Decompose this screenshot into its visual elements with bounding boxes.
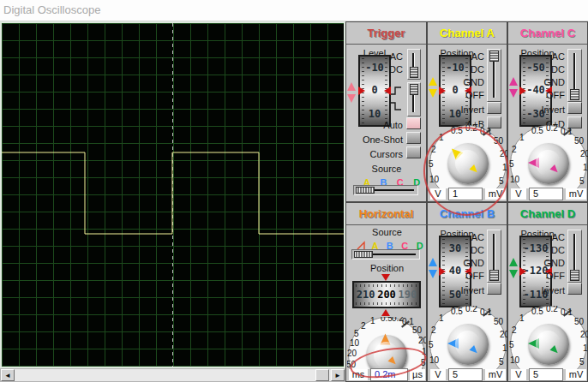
channel-c-panel: Channel C Position -50 -40 -30 AC DC GND…	[507, 21, 588, 202]
channel-b-invert-button[interactable]	[487, 283, 501, 295]
channel-c-invert-label: Invert	[512, 104, 565, 115]
channel-d-scale-dial: 20105210.50.20.150201052	[509, 306, 588, 369]
channel-a-off-label: OFF	[455, 90, 484, 100]
knob-pointer-icon	[528, 158, 539, 168]
scrollbar-thumb[interactable]	[315, 369, 329, 381]
arrow-down-icon	[429, 89, 437, 98]
knob-scale-value: 1	[519, 133, 525, 142]
arrow-up-icon	[509, 77, 518, 86]
slider-handle[interactable]	[489, 51, 499, 62]
trigger-source-slider[interactable]	[353, 185, 418, 195]
knob-scale-value: 50	[574, 136, 584, 146]
knob-scale-value: 2	[512, 145, 517, 154]
knob-scale-value: 10	[510, 175, 519, 184]
horizontal-source-slider[interactable]	[351, 249, 420, 260]
arrow-down-icon	[347, 94, 356, 103]
knob-scale-value: 10	[583, 343, 588, 353]
horizontal-source-label: Source	[346, 227, 428, 237]
channel-a-position-arrows	[429, 77, 439, 98]
waveform-trace	[2, 152, 344, 234]
horizontal-unit-right: µs	[410, 369, 425, 380]
arrow-up-icon	[429, 77, 437, 86]
slider-handle[interactable]	[356, 187, 375, 194]
knob-scale-value: 50	[412, 325, 422, 335]
channel-c-scale-value[interactable]: 5	[529, 188, 563, 200]
channel-b-scale-knob[interactable]	[447, 324, 489, 365]
channel-c-off-label: OFF	[536, 90, 565, 100]
knob-scale-value: 10	[429, 355, 439, 365]
waveform-layer	[2, 23, 344, 367]
channel-c-coupling-slider[interactable]	[567, 49, 582, 102]
slider-handle[interactable]	[570, 270, 579, 281]
knob-scale-value: 5	[429, 340, 434, 349]
dial-pointer-left-icon	[439, 267, 446, 276]
knob-scale-value: 0.5	[451, 307, 463, 316]
channel-d-invert-button[interactable]	[567, 283, 582, 295]
trigger-auto-button[interactable]	[406, 117, 421, 129]
slider-handle[interactable]	[410, 84, 418, 95]
trigger-edge-slider[interactable]	[407, 82, 421, 116]
channel-c-ac-label: AC	[536, 51, 565, 62]
channel-d-coupling-slider[interactable]	[567, 230, 582, 283]
trigger-title: Trigger	[346, 22, 426, 45]
channel-c-scale-knob[interactable]	[528, 143, 569, 184]
channel-a-coupling-slider[interactable]	[487, 49, 501, 102]
channel-b-scale-value[interactable]: 5	[448, 368, 483, 381]
waveform-display	[0, 21, 345, 368]
knob-scale-value: 0.1	[480, 307, 492, 317]
trigger-cursors-button[interactable]	[406, 146, 421, 158]
channel-d-scale-value[interactable]: 5	[529, 368, 563, 381]
trigger-source-label: Source	[346, 164, 427, 174]
channel-a-title: Channel A	[428, 22, 507, 45]
knob-scale-value: 0.5	[531, 307, 543, 316]
slider-handle[interactable]	[354, 251, 373, 258]
channel-d-off-label: OFF	[536, 271, 565, 281]
channel-b-coupling-slider[interactable]	[487, 230, 501, 283]
channel-d-title: Channel D	[508, 203, 587, 225]
knob-scale-value: 20	[580, 149, 588, 158]
arrow-up-icon	[429, 258, 437, 266]
knob-scale-value: 50	[574, 317, 584, 326]
channel-c-unit-right: mV	[566, 188, 586, 200]
channel-a-gnd-label: GND	[455, 77, 484, 87]
channel-c-title: Channel C	[508, 22, 587, 45]
scrollbar-right-button[interactable]: ►	[331, 369, 345, 381]
knob-scale-value: 0.2	[546, 306, 558, 313]
channel-d-unit-left: V	[511, 369, 526, 380]
knob-scale-value: 0.2	[546, 125, 558, 133]
knob-scale-value: 0.1	[561, 307, 573, 317]
knob-scale-value: 2	[431, 325, 436, 335]
knob-scale-value: 5	[354, 329, 359, 338]
knob-pointer-icon	[528, 338, 539, 349]
channel-d-position-arrows	[509, 258, 519, 278]
horizontal-position-dial[interactable]: 210 200 190	[352, 281, 421, 308]
slider-handle[interactable]	[410, 67, 418, 78]
scrollbar-left-button[interactable]: ◄	[1, 369, 15, 381]
knob-scale-value: 0.2	[465, 306, 477, 313]
trigger-coupling-slider[interactable]	[407, 49, 421, 80]
channel-b-dc-label: DC	[455, 245, 484, 255]
channel-d-panel: Channel D Position -130 -120 -110 AC DC …	[507, 202, 588, 382]
channel-d-gnd-label: GND	[536, 258, 565, 268]
horizontal-title: Horizontal	[346, 203, 426, 225]
dial-pointer-up-icon	[381, 309, 390, 316]
trigger-oneshot-button[interactable]	[406, 132, 421, 144]
channel-c-unit-left: V	[511, 188, 526, 200]
channel-d-invert-label: Invert	[512, 285, 565, 295]
falling-edge-icon	[390, 101, 403, 111]
knob-scale-value: 0.1	[561, 127, 573, 136]
channel-a-ac-label: AC	[455, 51, 484, 62]
slider-handle[interactable]	[570, 89, 579, 100]
channel-c-gnd-label: GND	[536, 77, 565, 87]
slider-handle[interactable]	[489, 270, 499, 281]
knob-pointer-small-icon	[549, 345, 560, 355]
display-scrollbar[interactable]: ◄ ►	[0, 368, 345, 382]
channel-a-invert-button[interactable]	[487, 102, 501, 114]
dial-pointer-left-icon	[519, 267, 526, 276]
channel-c-dc-label: DC	[536, 64, 565, 75]
channel-d-scale-knob[interactable]	[528, 324, 569, 365]
channel-a-invert-label: Invert	[431, 104, 484, 115]
trigger-cursors-label: Cursors	[350, 149, 403, 159]
channel-c-invert-button[interactable]	[567, 102, 582, 114]
dial-value: 210	[357, 289, 375, 301]
